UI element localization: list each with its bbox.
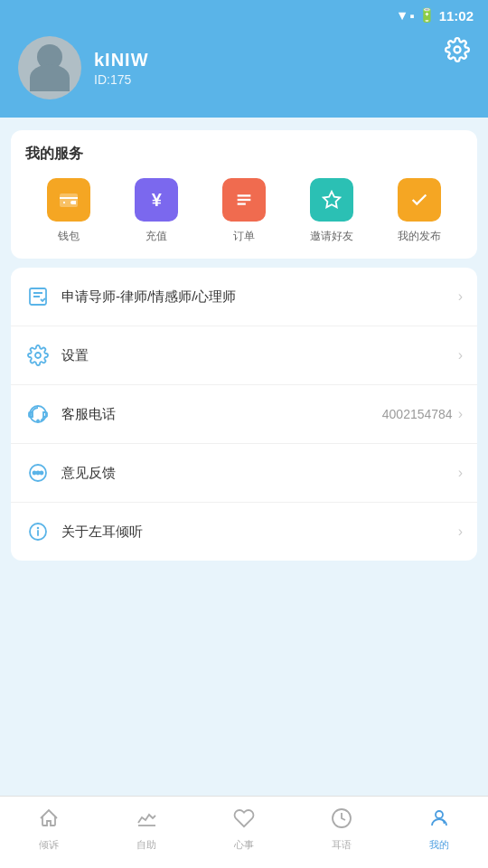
- order-label: 订单: [233, 229, 255, 244]
- service-item-wallet[interactable]: 钱包: [47, 178, 90, 244]
- mine-nav-label: 我的: [429, 838, 449, 852]
- nav-item-ear[interactable]: 耳语: [293, 797, 390, 868]
- publish-label: 我的发布: [398, 229, 441, 244]
- recharge-icon: ¥: [135, 178, 178, 222]
- avatar-body: [30, 64, 70, 91]
- status-bar: ▾ ▪ 🔋 11:02: [0, 0, 488, 27]
- avatar-image: [18, 36, 81, 99]
- wifi-icon: ▾: [399, 7, 406, 24]
- feedback-chevron: ›: [458, 465, 463, 481]
- customer-service-text: 客服电话: [61, 406, 382, 423]
- customer-service-chevron: ›: [458, 406, 463, 422]
- user-id: ID:175: [94, 72, 149, 87]
- service-item-order[interactable]: 订单: [222, 178, 266, 244]
- invite-icon: [310, 178, 353, 222]
- order-icon: [222, 178, 266, 222]
- service-item-invite[interactable]: 邀请好友: [310, 178, 353, 244]
- svg-point-9: [35, 353, 41, 358]
- apply-mentor-chevron: ›: [458, 288, 463, 305]
- signal-icon: ▪: [409, 8, 414, 24]
- wallet-icon: [47, 178, 90, 222]
- wallet-label: 钱包: [58, 229, 80, 244]
- gear-icon: [445, 37, 470, 69]
- svg-point-14: [37, 472, 40, 475]
- self-help-nav-icon: [136, 807, 157, 835]
- menu-item-apply-mentor[interactable]: 申请导师-律师/情感师/心理师 ›: [11, 268, 477, 326]
- svg-rect-1: [60, 193, 78, 207]
- battery-icon: 🔋: [418, 7, 436, 24]
- settings-icon: [25, 343, 51, 368]
- service-item-publish[interactable]: 我的发布: [398, 178, 441, 244]
- menu-card: 申请导师-律师/情感师/心理师 › 设置 ›: [11, 268, 477, 561]
- status-bar-right: ▾ ▪ 🔋 11:02: [399, 7, 474, 24]
- nav-item-mine[interactable]: 我的: [390, 797, 488, 868]
- mood-nav-label: 心事: [234, 838, 254, 852]
- ear-nav-icon: [331, 807, 352, 835]
- customer-service-phone: 4002154784: [382, 407, 453, 421]
- svg-marker-5: [324, 192, 340, 207]
- publish-icon: [398, 178, 441, 222]
- services-card: 我的服务 钱包 ¥ 充值: [11, 130, 477, 259]
- user-name: kINIW: [94, 50, 149, 71]
- user-info: kINIW ID:175: [94, 50, 149, 87]
- svg-point-15: [41, 472, 43, 475]
- feedback-text: 意见反馈: [61, 465, 458, 482]
- service-item-recharge[interactable]: ¥ 充值: [135, 178, 178, 244]
- self-help-nav-label: 自助: [136, 838, 156, 852]
- avatar: [18, 36, 81, 99]
- nav-item-self-help[interactable]: 自助: [98, 797, 195, 868]
- apply-mentor-text: 申请导师-律师/情感师/心理师: [61, 288, 458, 306]
- menu-item-about[interactable]: 关于左耳倾听 ›: [11, 503, 477, 561]
- svg-point-13: [33, 472, 36, 475]
- mine-nav-icon: [428, 807, 450, 835]
- settings-chevron: ›: [458, 347, 463, 363]
- svg-point-11: [37, 420, 39, 422]
- nav-item-home[interactable]: 倾诉: [0, 797, 98, 868]
- menu-item-customer-service[interactable]: 客服电话 4002154784 ›: [11, 385, 477, 444]
- feedback-icon: [25, 460, 51, 486]
- about-text: 关于左耳倾听: [61, 524, 458, 541]
- ear-nav-label: 耳语: [332, 838, 352, 852]
- recharge-label: 充值: [145, 229, 167, 244]
- customer-service-icon: [25, 401, 51, 427]
- apply-mentor-icon: [25, 284, 51, 309]
- menu-item-settings[interactable]: 设置 ›: [11, 326, 477, 385]
- settings-button[interactable]: [441, 36, 474, 69]
- services-title: 我的服务: [25, 145, 463, 164]
- bottom-nav: 倾诉 自助 心事 耳语: [0, 796, 488, 868]
- nav-item-mood[interactable]: 心事: [195, 797, 293, 868]
- home-nav-label: 倾诉: [39, 838, 59, 852]
- svg-point-21: [436, 811, 443, 818]
- home-nav-icon: [38, 807, 60, 835]
- mood-nav-icon: [233, 807, 255, 835]
- settings-text: 设置: [61, 347, 458, 364]
- menu-item-feedback[interactable]: 意见反馈 ›: [11, 444, 477, 503]
- svg-point-0: [455, 46, 461, 52]
- about-chevron: ›: [458, 524, 463, 540]
- time-display: 11:02: [439, 8, 474, 24]
- header: kINIW ID:175: [0, 27, 488, 118]
- invite-label: 邀请好友: [310, 229, 353, 244]
- about-icon: [25, 519, 51, 544]
- services-grid: 钱包 ¥ 充值 订单: [25, 178, 463, 244]
- main-content: 我的服务 钱包 ¥ 充值: [0, 118, 488, 796]
